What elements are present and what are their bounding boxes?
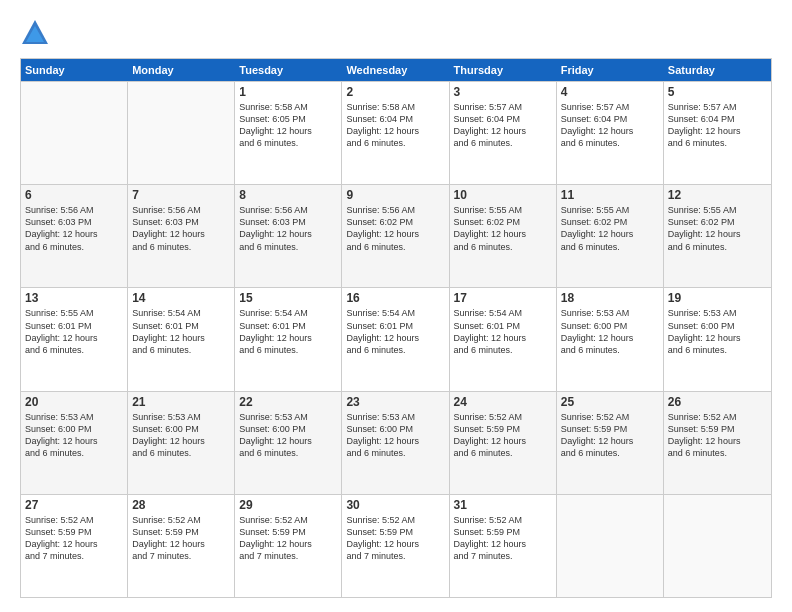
calendar-cell-day-16: 16Sunrise: 5:54 AM Sunset: 6:01 PM Dayli… <box>342 288 449 390</box>
cell-info: Sunrise: 5:56 AM Sunset: 6:03 PM Dayligh… <box>239 204 337 253</box>
calendar-row-4: 20Sunrise: 5:53 AM Sunset: 6:00 PM Dayli… <box>21 391 771 494</box>
calendar-cell-day-25: 25Sunrise: 5:52 AM Sunset: 5:59 PM Dayli… <box>557 392 664 494</box>
header <box>20 18 772 48</box>
logo-icon <box>20 18 50 48</box>
calendar-cell-empty <box>557 495 664 597</box>
calendar-cell-day-21: 21Sunrise: 5:53 AM Sunset: 6:00 PM Dayli… <box>128 392 235 494</box>
cell-info: Sunrise: 5:53 AM Sunset: 6:00 PM Dayligh… <box>668 307 767 356</box>
cell-info: Sunrise: 5:54 AM Sunset: 6:01 PM Dayligh… <box>346 307 444 356</box>
cell-day-number: 20 <box>25 395 123 409</box>
cell-info: Sunrise: 5:55 AM Sunset: 6:02 PM Dayligh… <box>561 204 659 253</box>
calendar-cell-day-11: 11Sunrise: 5:55 AM Sunset: 6:02 PM Dayli… <box>557 185 664 287</box>
cell-info: Sunrise: 5:52 AM Sunset: 5:59 PM Dayligh… <box>132 514 230 563</box>
cell-day-number: 19 <box>668 291 767 305</box>
calendar-cell-day-9: 9Sunrise: 5:56 AM Sunset: 6:02 PM Daylig… <box>342 185 449 287</box>
header-day-sunday: Sunday <box>21 59 128 81</box>
cell-info: Sunrise: 5:57 AM Sunset: 6:04 PM Dayligh… <box>454 101 552 150</box>
cell-day-number: 9 <box>346 188 444 202</box>
cell-day-number: 8 <box>239 188 337 202</box>
calendar-cell-day-3: 3Sunrise: 5:57 AM Sunset: 6:04 PM Daylig… <box>450 82 557 184</box>
calendar-cell-day-30: 30Sunrise: 5:52 AM Sunset: 5:59 PM Dayli… <box>342 495 449 597</box>
calendar-cell-day-15: 15Sunrise: 5:54 AM Sunset: 6:01 PM Dayli… <box>235 288 342 390</box>
calendar-cell-day-12: 12Sunrise: 5:55 AM Sunset: 6:02 PM Dayli… <box>664 185 771 287</box>
cell-info: Sunrise: 5:58 AM Sunset: 6:04 PM Dayligh… <box>346 101 444 150</box>
cell-day-number: 4 <box>561 85 659 99</box>
page: SundayMondayTuesdayWednesdayThursdayFrid… <box>0 0 792 612</box>
cell-info: Sunrise: 5:53 AM Sunset: 6:00 PM Dayligh… <box>25 411 123 460</box>
logo <box>20 18 54 48</box>
cell-info: Sunrise: 5:52 AM Sunset: 5:59 PM Dayligh… <box>239 514 337 563</box>
cell-info: Sunrise: 5:53 AM Sunset: 6:00 PM Dayligh… <box>346 411 444 460</box>
calendar-cell-day-27: 27Sunrise: 5:52 AM Sunset: 5:59 PM Dayli… <box>21 495 128 597</box>
cell-day-number: 2 <box>346 85 444 99</box>
calendar-cell-empty <box>21 82 128 184</box>
calendar-cell-day-26: 26Sunrise: 5:52 AM Sunset: 5:59 PM Dayli… <box>664 392 771 494</box>
cell-info: Sunrise: 5:58 AM Sunset: 6:05 PM Dayligh… <box>239 101 337 150</box>
header-day-thursday: Thursday <box>450 59 557 81</box>
calendar-cell-day-2: 2Sunrise: 5:58 AM Sunset: 6:04 PM Daylig… <box>342 82 449 184</box>
calendar-cell-day-20: 20Sunrise: 5:53 AM Sunset: 6:00 PM Dayli… <box>21 392 128 494</box>
cell-day-number: 16 <box>346 291 444 305</box>
cell-day-number: 13 <box>25 291 123 305</box>
cell-info: Sunrise: 5:53 AM Sunset: 6:00 PM Dayligh… <box>132 411 230 460</box>
cell-info: Sunrise: 5:56 AM Sunset: 6:03 PM Dayligh… <box>132 204 230 253</box>
cell-day-number: 25 <box>561 395 659 409</box>
cell-day-number: 26 <box>668 395 767 409</box>
calendar-cell-day-13: 13Sunrise: 5:55 AM Sunset: 6:01 PM Dayli… <box>21 288 128 390</box>
calendar-cell-day-8: 8Sunrise: 5:56 AM Sunset: 6:03 PM Daylig… <box>235 185 342 287</box>
calendar-row-3: 13Sunrise: 5:55 AM Sunset: 6:01 PM Dayli… <box>21 287 771 390</box>
cell-day-number: 24 <box>454 395 552 409</box>
cell-info: Sunrise: 5:52 AM Sunset: 5:59 PM Dayligh… <box>454 514 552 563</box>
cell-info: Sunrise: 5:55 AM Sunset: 6:01 PM Dayligh… <box>25 307 123 356</box>
header-day-wednesday: Wednesday <box>342 59 449 81</box>
calendar-cell-day-22: 22Sunrise: 5:53 AM Sunset: 6:00 PM Dayli… <box>235 392 342 494</box>
cell-day-number: 14 <box>132 291 230 305</box>
cell-info: Sunrise: 5:52 AM Sunset: 5:59 PM Dayligh… <box>454 411 552 460</box>
cell-day-number: 7 <box>132 188 230 202</box>
calendar-row-2: 6Sunrise: 5:56 AM Sunset: 6:03 PM Daylig… <box>21 184 771 287</box>
cell-info: Sunrise: 5:56 AM Sunset: 6:02 PM Dayligh… <box>346 204 444 253</box>
calendar-cell-empty <box>128 82 235 184</box>
cell-info: Sunrise: 5:53 AM Sunset: 6:00 PM Dayligh… <box>239 411 337 460</box>
calendar-cell-day-23: 23Sunrise: 5:53 AM Sunset: 6:00 PM Dayli… <box>342 392 449 494</box>
header-day-monday: Monday <box>128 59 235 81</box>
calendar: SundayMondayTuesdayWednesdayThursdayFrid… <box>20 58 772 598</box>
header-day-friday: Friday <box>557 59 664 81</box>
cell-day-number: 3 <box>454 85 552 99</box>
cell-info: Sunrise: 5:52 AM Sunset: 5:59 PM Dayligh… <box>25 514 123 563</box>
cell-day-number: 29 <box>239 498 337 512</box>
calendar-header: SundayMondayTuesdayWednesdayThursdayFrid… <box>21 59 771 81</box>
calendar-cell-day-14: 14Sunrise: 5:54 AM Sunset: 6:01 PM Dayli… <box>128 288 235 390</box>
cell-info: Sunrise: 5:57 AM Sunset: 6:04 PM Dayligh… <box>561 101 659 150</box>
cell-day-number: 22 <box>239 395 337 409</box>
calendar-cell-day-19: 19Sunrise: 5:53 AM Sunset: 6:00 PM Dayli… <box>664 288 771 390</box>
calendar-cell-day-6: 6Sunrise: 5:56 AM Sunset: 6:03 PM Daylig… <box>21 185 128 287</box>
cell-day-number: 15 <box>239 291 337 305</box>
cell-day-number: 30 <box>346 498 444 512</box>
cell-day-number: 28 <box>132 498 230 512</box>
cell-day-number: 21 <box>132 395 230 409</box>
cell-day-number: 12 <box>668 188 767 202</box>
calendar-cell-day-10: 10Sunrise: 5:55 AM Sunset: 6:02 PM Dayli… <box>450 185 557 287</box>
cell-info: Sunrise: 5:56 AM Sunset: 6:03 PM Dayligh… <box>25 204 123 253</box>
calendar-cell-day-17: 17Sunrise: 5:54 AM Sunset: 6:01 PM Dayli… <box>450 288 557 390</box>
cell-info: Sunrise: 5:52 AM Sunset: 5:59 PM Dayligh… <box>561 411 659 460</box>
cell-info: Sunrise: 5:54 AM Sunset: 6:01 PM Dayligh… <box>132 307 230 356</box>
cell-day-number: 10 <box>454 188 552 202</box>
calendar-cell-day-7: 7Sunrise: 5:56 AM Sunset: 6:03 PM Daylig… <box>128 185 235 287</box>
cell-info: Sunrise: 5:53 AM Sunset: 6:00 PM Dayligh… <box>561 307 659 356</box>
header-day-saturday: Saturday <box>664 59 771 81</box>
cell-day-number: 6 <box>25 188 123 202</box>
calendar-cell-day-31: 31Sunrise: 5:52 AM Sunset: 5:59 PM Dayli… <box>450 495 557 597</box>
cell-day-number: 18 <box>561 291 659 305</box>
calendar-cell-day-29: 29Sunrise: 5:52 AM Sunset: 5:59 PM Dayli… <box>235 495 342 597</box>
cell-info: Sunrise: 5:54 AM Sunset: 6:01 PM Dayligh… <box>239 307 337 356</box>
cell-day-number: 27 <box>25 498 123 512</box>
cell-info: Sunrise: 5:52 AM Sunset: 5:59 PM Dayligh… <box>346 514 444 563</box>
header-day-tuesday: Tuesday <box>235 59 342 81</box>
calendar-cell-day-18: 18Sunrise: 5:53 AM Sunset: 6:00 PM Dayli… <box>557 288 664 390</box>
cell-info: Sunrise: 5:52 AM Sunset: 5:59 PM Dayligh… <box>668 411 767 460</box>
cell-day-number: 31 <box>454 498 552 512</box>
calendar-row-1: 1Sunrise: 5:58 AM Sunset: 6:05 PM Daylig… <box>21 81 771 184</box>
calendar-cell-day-1: 1Sunrise: 5:58 AM Sunset: 6:05 PM Daylig… <box>235 82 342 184</box>
